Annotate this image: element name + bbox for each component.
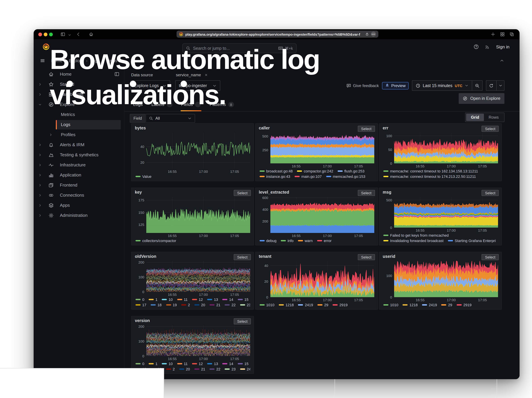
chevron-right-icon[interactable]: [38, 194, 42, 197]
data-source-select[interactable]: Explore Logs: [131, 80, 170, 91]
refresh-button[interactable]: [486, 81, 496, 90]
chevron-right-icon[interactable]: [38, 143, 42, 147]
tab-patterns[interactable]: Patterns8: [209, 100, 234, 110]
legend-item[interactable]: 18: [151, 303, 162, 307]
legend-item[interactable]: main.go:107: [295, 174, 322, 179]
minimize-window-button[interactable]: [44, 33, 47, 36]
chevron-down-icon[interactable]: [38, 103, 42, 106]
legend-item[interactable]: 12: [192, 298, 203, 302]
legend-item[interactable]: Value: [135, 174, 152, 179]
legend-item[interactable]: 21: [209, 303, 221, 307]
time-range-picker[interactable]: Last 15 minutes UTC: [412, 81, 472, 90]
maximize-window-button[interactable]: [49, 33, 53, 36]
legend-item[interactable]: 20: [194, 303, 205, 307]
preview-badge[interactable]: Preview: [382, 82, 409, 89]
search-input[interactable]: Search or jump to... ⌘+k: [182, 43, 297, 53]
legend-item[interactable]: 23: [240, 303, 250, 307]
legend-item[interactable]: 21: [194, 367, 205, 371]
legend-item[interactable]: 15: [238, 298, 248, 302]
dock-menu-icon[interactable]: [114, 72, 119, 77]
panel-chart[interactable]: 0500: [394, 197, 498, 228]
breadcrumb-item-fields[interactable]: Fields: [106, 58, 117, 63]
legend-item[interactable]: 24: [240, 367, 250, 371]
zoom-out-button[interactable]: [472, 81, 482, 90]
chevron-right-icon[interactable]: [38, 214, 42, 217]
legend-item[interactable]: 15: [238, 362, 248, 366]
legend-item[interactable]: 13: [207, 362, 218, 366]
legend-item[interactable]: 11: [177, 362, 188, 366]
grafana-logo[interactable]: [42, 43, 50, 50]
select-button[interactable]: Select: [358, 254, 375, 260]
sidebar-item-metrics[interactable]: Metrics: [34, 110, 124, 120]
sidebar-item-connections[interactable]: Connections: [34, 190, 124, 200]
chevron-right-icon[interactable]: [38, 204, 42, 207]
legend-item[interactable]: error: [317, 239, 331, 243]
legend-item[interactable]: 1: [149, 298, 157, 302]
panel-chart[interactable]: 125150175: [146, 197, 250, 233]
tab-logs[interactable]: Logs: [133, 100, 143, 110]
legend-item[interactable]: memcache: connect timeout to 174.213.22.…: [383, 174, 476, 179]
select-button[interactable]: Select: [234, 254, 251, 260]
panel-chart[interactable]: 200400600: [270, 197, 374, 233]
legend-item[interactable]: 22: [225, 303, 236, 307]
sidebar-item-alerts-irm[interactable]: Alerts & IRM: [34, 140, 124, 150]
panel-chart[interactable]: 050100: [394, 132, 498, 163]
select-button[interactable]: Select: [482, 254, 499, 260]
legend-item[interactable]: warn: [298, 239, 313, 243]
legend-item[interactable]: 0: [135, 362, 144, 366]
view-toggle-rows[interactable]: Rows: [484, 114, 503, 121]
legend-item[interactable]: flush.go:253: [338, 169, 365, 173]
legend-item[interactable]: 2: [166, 367, 175, 371]
legend-item[interactable]: 14: [222, 362, 233, 366]
legend-item[interactable]: info: [281, 239, 294, 243]
select-button[interactable]: Select: [482, 190, 499, 196]
panel-chart[interactable]: 0100200: [146, 325, 250, 356]
tab-labels[interactable]: Labels: [151, 100, 172, 110]
chevron-right-icon[interactable]: [38, 83, 42, 86]
select-button[interactable]: Select: [482, 126, 499, 132]
legend-item[interactable]: 29: [441, 303, 452, 307]
sidebar-item-home[interactable]: Home: [34, 69, 124, 79]
news-rss-icon[interactable]: [485, 44, 490, 49]
legend-item[interactable]: 0: [135, 298, 144, 302]
legend-item[interactable]: 1218: [279, 303, 294, 307]
sign-in-button[interactable]: Sign in: [496, 44, 510, 49]
tab-fields[interactable]: Fields: [181, 100, 201, 110]
chevron-right-icon[interactable]: [38, 153, 42, 157]
chevron-right-icon[interactable]: [38, 93, 42, 96]
chevron-right-icon[interactable]: [38, 174, 42, 177]
legend-item[interactable]: 1010: [383, 303, 398, 307]
new-tab-icon[interactable]: [491, 32, 495, 37]
legend-item[interactable]: 20: [179, 367, 190, 371]
sidebar-item-explore[interactable]: Explore: [34, 100, 124, 110]
field-filter-select[interactable]: All: [146, 114, 195, 123]
collapse-chevron-icon[interactable]: [500, 58, 504, 63]
legend-item[interactable]: 2919: [333, 303, 348, 307]
legend-item[interactable]: 29: [317, 303, 328, 307]
copy-tabs-icon[interactable]: [509, 32, 514, 37]
panel-chart[interactable]: 0100: [394, 261, 498, 297]
select-button[interactable]: Select: [234, 190, 251, 196]
sidebar-item-administration[interactable]: Administration: [34, 211, 124, 221]
legend-item[interactable]: Invalidating forwarded broadcast: [383, 239, 443, 243]
sidebar-item-apps[interactable]: Apps: [34, 200, 124, 211]
breadcrumb-item-explore[interactable]: Explore: [69, 58, 83, 63]
legend-item[interactable]: 17: [135, 303, 146, 307]
legend-item[interactable]: 13: [207, 298, 218, 302]
sidebar-item-profiles[interactable]: Profiles: [34, 130, 124, 140]
sidebar-item-logs[interactable]: Logs: [34, 120, 124, 130]
sidebar-item-starred[interactable]: Starred: [34, 79, 124, 89]
close-window-button[interactable]: [38, 33, 42, 36]
back-icon[interactable]: [76, 32, 81, 37]
menu-icon[interactable]: [40, 58, 45, 63]
help-icon[interactable]: [474, 44, 479, 50]
select-button[interactable]: Select: [358, 190, 375, 196]
select-button[interactable]: Select: [358, 126, 375, 132]
legend-item[interactable]: broadcast.go:48: [260, 169, 293, 173]
legend-item[interactable]: 22: [209, 367, 221, 371]
tab-overview-icon[interactable]: [500, 32, 505, 37]
give-feedback-button[interactable]: Give feedback: [346, 83, 379, 88]
select-button[interactable]: Select: [234, 318, 251, 324]
legend-item[interactable]: 2: [181, 303, 190, 307]
open-in-explore-button[interactable]: Open in Explore: [459, 93, 504, 104]
